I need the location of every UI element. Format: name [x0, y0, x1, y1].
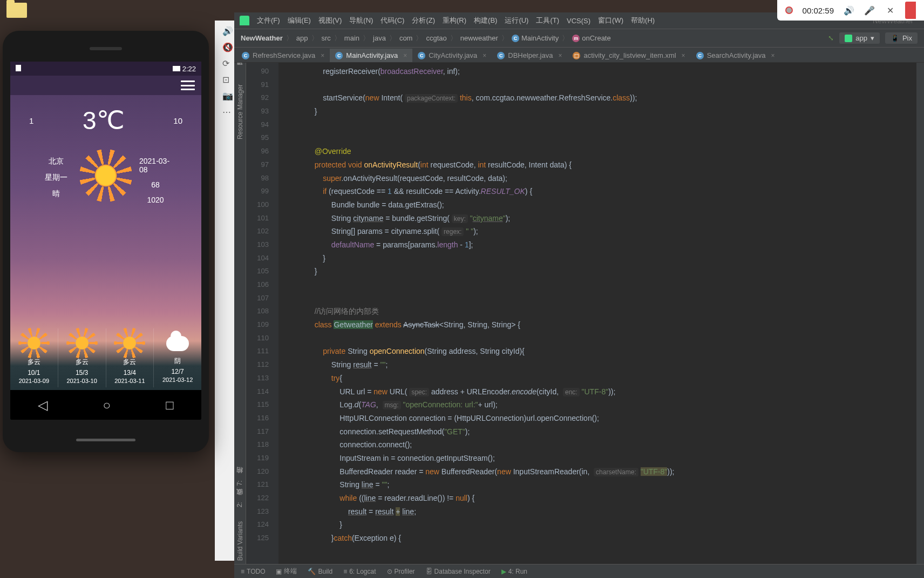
tool-logcat[interactable]: ≡ 6: Logcat — [343, 568, 376, 575]
tool-icon[interactable]: ⟳ — [222, 58, 233, 69]
close-tab-icon[interactable]: × — [682, 52, 685, 59]
tool-project[interactable]: 项目 — [235, 67, 244, 73]
condition: 晴 — [52, 189, 60, 199]
error-stripe[interactable] — [916, 63, 924, 564]
menu-view[interactable]: 视图(V) — [318, 16, 342, 25]
menu-edit[interactable]: 编辑(E) — [288, 16, 311, 25]
recording-bar: 00:02:59 🔊 🎤 ✕ — [777, 0, 924, 21]
menu-code[interactable]: 代码(C) — [381, 16, 404, 25]
breadcrumb-item[interactable]: com — [399, 34, 413, 42]
temp-low: 1 — [29, 116, 33, 125]
sun-icon — [71, 332, 93, 354]
tab-layout-xml[interactable]: ⬚activity_city_listview_item.xml× — [567, 49, 690, 62]
breadcrumb-item[interactable]: onCreate — [582, 34, 610, 42]
tool-icon[interactable]: 🔊 — [222, 26, 233, 37]
cloud-icon — [166, 336, 189, 351]
tab-dbhelper[interactable]: CDBHelper.java× — [492, 49, 567, 62]
status-bar: 2:22 — [10, 62, 201, 76]
tab-refreshservice[interactable]: CRefreshService.java× — [236, 49, 330, 62]
menu-icon[interactable] — [181, 80, 195, 90]
recording-timer: 00:02:59 — [803, 6, 834, 15]
breadcrumb-item[interactable]: src — [322, 34, 331, 42]
desktop-folder-icon[interactable] — [6, 3, 31, 25]
sun-icon — [87, 157, 125, 194]
forecast-item[interactable]: 多云 13/4 2021-03-11 — [106, 328, 154, 387]
tool-build-variants[interactable]: Build Variants — [236, 518, 244, 564]
close-icon[interactable]: ✕ — [885, 5, 895, 16]
android-emulator: 2:22 1 3℃ 10 北京 星期一 晴 2021-03-08 68 — [3, 31, 209, 452]
close-tab-icon[interactable]: × — [771, 52, 774, 59]
tool-run[interactable]: ▶ 4: Run — [501, 568, 527, 575]
breadcrumb-item[interactable]: main — [344, 34, 359, 42]
sync-icon[interactable]: ⤡ — [828, 34, 834, 42]
menu-file[interactable]: 文件(F) — [257, 16, 280, 25]
line-number-gutter[interactable]: 9091929394959697989910010110210310410510… — [246, 63, 278, 564]
temp-high: 10 — [173, 116, 182, 125]
menu-analyze[interactable]: 分析(Z) — [412, 16, 435, 25]
phone-screen[interactable]: 2:22 1 3℃ 10 北京 星期一 晴 2021-03-08 68 — [10, 62, 201, 420]
android-studio-icon — [240, 16, 249, 25]
back-button[interactable]: ◁ — [38, 398, 47, 413]
weekday: 星期一 — [45, 173, 67, 183]
close-tab-icon[interactable]: × — [403, 52, 407, 59]
tool-icon[interactable]: 🔇 — [222, 42, 233, 53]
menu-window[interactable]: 窗口(W) — [598, 16, 623, 25]
breadcrumb-item[interactable]: newweather — [460, 34, 498, 42]
tool-profiler[interactable]: ⊙ Profiler — [387, 568, 415, 575]
forecast-item[interactable]: 多云 10/1 2021-03-09 — [10, 328, 58, 387]
forecast-item[interactable]: 阴 12/7 2021-03-12 — [153, 328, 201, 387]
record-indicator-icon — [785, 6, 793, 14]
breadcrumb-item[interactable]: java — [373, 34, 386, 42]
humidity: 68 — [151, 180, 160, 189]
breadcrumb-item[interactable]: MainActivity — [521, 34, 559, 42]
device-selector[interactable]: 📱Pix — [885, 32, 918, 44]
close-tab-icon[interactable]: × — [483, 52, 486, 59]
menu-navigate[interactable]: 导航(N) — [349, 16, 373, 25]
tool-resource-manager[interactable]: Resource Manager — [236, 81, 244, 143]
phone-speaker — [90, 47, 122, 50]
tool-todo[interactable]: ≡ TODO — [241, 568, 265, 575]
pressure: 1020 — [147, 196, 164, 204]
mic-icon[interactable]: 🎤 — [864, 5, 875, 16]
menu-build[interactable]: 构建(B) — [474, 16, 497, 25]
tool-build[interactable]: 🔨 Build — [308, 568, 332, 575]
phone-nav-bar: ◁ ○ □ — [10, 390, 201, 420]
breadcrumb-item[interactable]: ccgtao — [426, 34, 446, 42]
close-tab-icon[interactable]: × — [558, 52, 562, 59]
editor-body: 项目 Resource Manager 7: 结构 2: 收藏 Build Va… — [234, 63, 924, 564]
sun-icon — [23, 332, 45, 354]
tool-structure[interactable]: 7: 结构 — [235, 475, 244, 489]
tab-cityactivity[interactable]: CCityActivity.java× — [412, 49, 492, 62]
tool-icon[interactable]: 📷 — [222, 91, 233, 102]
menu-run[interactable]: 运行(U) — [505, 16, 528, 25]
bottom-tool-bar: ≡ TODO ▣ 终端 🔨 Build ≡ 6: Logcat ⊙ Profil… — [234, 564, 924, 578]
phone-home-indicator — [76, 439, 135, 441]
volume-icon[interactable]: 🔊 — [844, 5, 854, 16]
close-tab-icon[interactable]: × — [321, 52, 324, 59]
tool-favorites[interactable]: 2: 收藏 — [235, 497, 244, 510]
left-tool-strip: 项目 Resource Manager 7: 结构 2: 收藏 Build Va… — [234, 63, 246, 564]
run-config-selector[interactable]: app▾ — [839, 32, 880, 44]
code-editor[interactable]: registerReceiver(broadcastReceiver, inf)… — [278, 63, 916, 564]
lock-icon — [16, 65, 21, 71]
tool-icon[interactable]: ⋯ — [222, 107, 233, 118]
status-time: 2:22 — [182, 65, 196, 73]
editor-tabs: CRefreshService.java× CMainActivity.java… — [234, 48, 924, 63]
breadcrumb-item[interactable]: NewWeather — [241, 34, 283, 42]
menu-vcs[interactable]: VCS(S) — [567, 17, 590, 25]
home-button[interactable]: ○ — [103, 398, 111, 413]
tool-terminal[interactable]: ▣ 终端 — [276, 567, 297, 576]
menu-tools[interactable]: 工具(T) — [536, 16, 559, 25]
tab-searchactivity[interactable]: CSearchActivity.java× — [691, 49, 780, 62]
recent-button[interactable]: □ — [166, 398, 174, 413]
tool-icon[interactable]: ⊡ — [222, 75, 233, 85]
tool-database[interactable]: 🗄 Database Inspector — [426, 568, 491, 575]
city-name: 北京 — [49, 157, 64, 166]
menu-refactor[interactable]: 重构(R) — [443, 16, 466, 25]
menu-help[interactable]: 帮助(H) — [631, 16, 655, 25]
stop-record-button[interactable] — [905, 2, 916, 19]
forecast-item[interactable]: 多云 15/3 2021-03-10 — [58, 328, 106, 387]
breadcrumb-item[interactable]: app — [296, 34, 308, 42]
date: 2021-03-08 — [139, 157, 172, 174]
tab-mainactivity[interactable]: CMainActivity.java× — [330, 49, 412, 62]
